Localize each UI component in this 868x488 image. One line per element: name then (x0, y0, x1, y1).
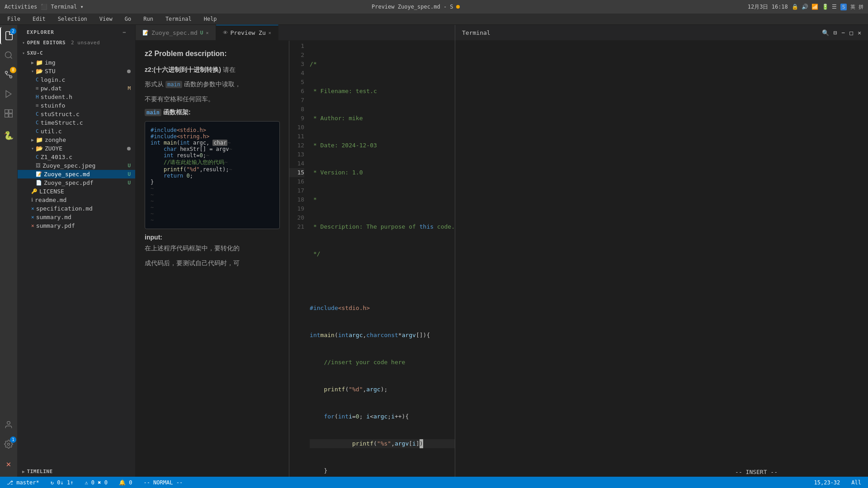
cursor-position-status[interactable]: 15,23-32 (812, 479, 843, 486)
problems-status[interactable]: ⚠ 0 ✖ 0 (82, 479, 110, 486)
file-specification[interactable]: ✕ specification.md (18, 204, 135, 213)
z1-icon: C (36, 154, 39, 160)
minimize-terminal-icon[interactable]: − (842, 29, 845, 36)
svg-rect-5 (5, 110, 9, 113)
file-login-c[interactable]: C login.c (18, 75, 135, 84)
sidebar-header: EXPLORER ⋯ (18, 25, 135, 38)
code-editor: 12345 678910 11121314 15 1617181920 21 /… (289, 41, 455, 477)
preview-body1b: 形式从 main 函数的参数中读取， (145, 79, 280, 89)
file-zuoye-md[interactable]: 📝 Zuoye_spec.md U (18, 170, 135, 178)
account-icon[interactable] (0, 416, 17, 433)
file-zuoye-pdf[interactable]: 📄 Zuoye_spec.pdf U (18, 178, 135, 187)
run-icon[interactable] (0, 85, 17, 103)
tab-preview[interactable]: 👁 Preview Zu ✕ (216, 25, 278, 40)
folder-stu-icon: 📂 (36, 68, 43, 75)
file-util-c[interactable]: C util.c (18, 127, 135, 136)
folder-zuoye[interactable]: ▾ 📂 ZUOYE (18, 144, 135, 153)
menu-terminal[interactable]: Terminal (163, 15, 194, 23)
file-pw-dat[interactable]: ≡ pw.dat M (18, 84, 135, 93)
img-chevron: ▶ (31, 60, 34, 65)
md-badge: U (127, 171, 131, 177)
menu-run[interactable]: Run (141, 15, 156, 23)
tab-md-icon: 📝 (142, 30, 149, 36)
svg-rect-8 (9, 114, 13, 117)
timestruct-icon: C (36, 120, 39, 126)
menu-view[interactable]: View (97, 15, 115, 23)
menu-help[interactable]: Help (201, 15, 220, 23)
timeline-section[interactable]: ▶ TIMELINE (18, 466, 135, 477)
preview-pane: z2 Problem description: z2:(十六进制到十进制转换) … (136, 41, 289, 477)
pdf-icon: 📄 (36, 180, 42, 186)
file-summary-pdf[interactable]: ✕ summary.pdf (18, 221, 135, 230)
file-stuinfo[interactable]: ≡ stuinfo (18, 101, 135, 110)
tab-zuoye-md[interactable]: 📝 Zuoye_spec.md U ✕ (136, 25, 216, 40)
search-icon[interactable] (0, 47, 17, 64)
svg-point-3 (5, 71, 8, 74)
summary-md-label: summary.md (36, 214, 71, 221)
lang-toggle[interactable]: 英 拼 (850, 4, 863, 10)
preview-problem-title: z2 Problem description: (145, 50, 280, 58)
close-terminal-icon[interactable]: ✕ (858, 29, 861, 36)
zuoye-dot (127, 147, 131, 150)
menu-edit[interactable]: Edit (30, 15, 48, 23)
folder-zonghe[interactable]: ▶ 📁 zonghe (18, 136, 135, 144)
stuinfo-label: stuinfo (41, 102, 66, 109)
preview-input-body2: 成代码后，要测试自己代码时，可 (145, 258, 280, 268)
preview-input-label: input: (145, 234, 280, 241)
file-readme[interactable]: ℹ readme.md (18, 196, 135, 204)
file-summary-md[interactable]: ✕ summary.md (18, 213, 135, 221)
preview-code-block: #include<stdio.h> #include<string.h> int… (145, 121, 280, 229)
stu-chevron: ▾ (31, 69, 34, 74)
file-zuoye-jpeg[interactable]: 🖼 Zuoye_spec.jpeg U (18, 161, 135, 170)
settings-badge: 1 (10, 436, 16, 443)
git-icon[interactable]: 8 (0, 66, 17, 83)
ime-indicator[interactable]: S (840, 4, 847, 10)
sync-status[interactable]: ↻ 0↓ 1↑ (48, 479, 76, 486)
files-icon[interactable]: 2 (0, 27, 17, 44)
zonghe-chevron: ▶ (31, 137, 34, 142)
folder-stu[interactable]: ▾ 📂 STU (18, 67, 135, 75)
git-branch-status[interactable]: ⎇ master* (5, 479, 42, 486)
stustruct-icon: C (36, 111, 39, 117)
zuoye-chevron: ▾ (31, 146, 34, 151)
extensions-icon[interactable] (0, 105, 17, 122)
split-terminal-icon[interactable]: ⊟ (834, 29, 837, 36)
menu-file[interactable]: File (5, 15, 23, 23)
settings-icon[interactable]: 1 (0, 436, 17, 453)
editor-area: 📝 Zuoye_spec.md U ✕ 👁 Preview Zu ✕ z2 Pr… (136, 25, 455, 477)
sidebar-menu-icon[interactable]: ⋯ (123, 29, 126, 35)
menu-selection[interactable]: Selection (55, 15, 90, 23)
open-editors-chevron: ▾ (22, 40, 25, 45)
terminal-content[interactable]: -- INSERT -- (455, 41, 868, 477)
main-layout: 2 8 🐍 (0, 25, 868, 477)
open-editors-section[interactable]: ▾ OPEN EDITORS 2 unsaved (18, 38, 135, 48)
restore-terminal-icon[interactable]: □ (849, 29, 853, 36)
file-stustruct-c[interactable]: C stuStruct.c (18, 110, 135, 118)
status-right: 15,23-32 All (812, 479, 863, 486)
terminal-menu[interactable]: ⬛ Terminal ▾ (41, 4, 83, 10)
code-content[interactable]: /* * Filename: test.c * Author: mike * D… (310, 41, 455, 477)
readme-icon: ℹ (31, 197, 33, 203)
file-z1[interactable]: C Z1_4013.c (18, 153, 135, 161)
specification-label: specification.md (36, 205, 93, 212)
tab-close-preview[interactable]: ✕ (269, 30, 271, 35)
jpeg-badge: U (127, 163, 131, 169)
sxu-c-section[interactable]: ▾ SXU-C (18, 48, 135, 58)
zuoye-md-label: Zuoye_spec.md (44, 171, 90, 178)
activities-label[interactable]: Activities (5, 4, 37, 10)
file-timestruct-c[interactable]: C timeStruct.c (18, 118, 135, 127)
summary-pdf-icon: ✕ (31, 223, 34, 229)
search-terminal-icon[interactable]: 🔍 (822, 29, 829, 36)
terminal-title: Terminal (462, 29, 491, 36)
pdf-badge: U (127, 180, 131, 186)
line-numbers: 12345 678910 11121314 15 1617181920 21 (289, 41, 310, 477)
menu-go[interactable]: Go (122, 15, 134, 23)
folder-img[interactable]: ▶ 📁 img (18, 58, 135, 67)
python-icon[interactable]: 🐍 (0, 127, 17, 144)
bell-status[interactable]: 🔔 0 (117, 479, 134, 486)
title-bar-right: 12月3日 16:18 🔒 🔊 📶 🔋 ☰ S 英 拼 (748, 3, 863, 11)
file-student-h[interactable]: H student.h (18, 93, 135, 101)
file-license[interactable]: 🔑 LICENSE (18, 187, 135, 196)
tab-close-md[interactable]: ✕ (206, 30, 208, 35)
remote-icon[interactable]: ✕ (0, 455, 17, 472)
